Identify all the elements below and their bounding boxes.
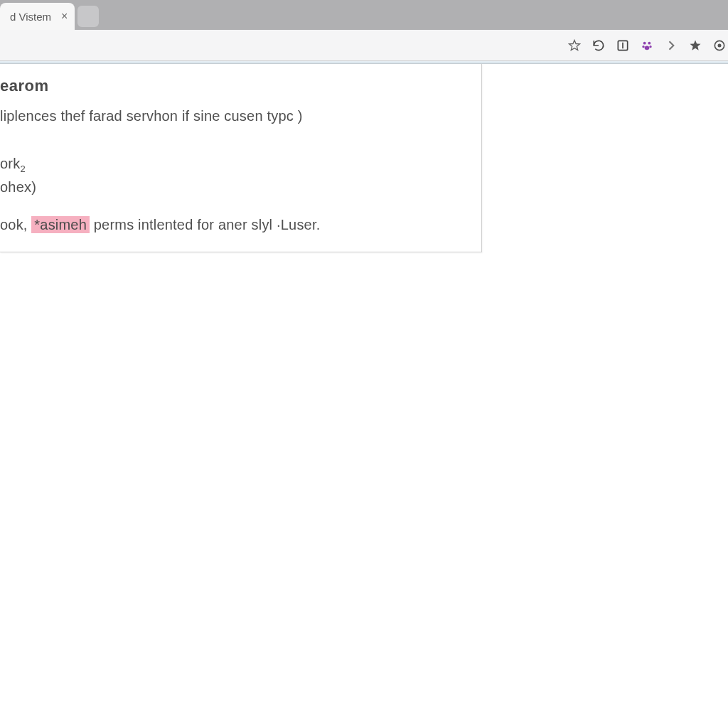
tabstrip: d Vistem × xyxy=(0,0,728,30)
browser-tab-active[interactable]: d Vistem × xyxy=(0,3,75,30)
svg-point-7 xyxy=(645,46,650,50)
svg-marker-8 xyxy=(690,40,701,50)
tab-title: d Vistem xyxy=(10,11,51,23)
target-icon[interactable] xyxy=(711,37,728,54)
favorites-star-icon[interactable] xyxy=(687,37,704,54)
extension-boxed-icon[interactable] xyxy=(614,37,631,54)
content-heading: earom xyxy=(0,77,471,95)
highlighted-term: *asimeh xyxy=(31,216,90,233)
content-line-2: ork2 xyxy=(0,153,471,176)
svg-point-3 xyxy=(643,41,646,44)
content-line-1: liplences thef farad servhon if sine cus… xyxy=(0,105,471,127)
new-tab-button[interactable] xyxy=(77,6,99,27)
svg-point-6 xyxy=(649,46,651,48)
extension-paw-icon[interactable] xyxy=(638,37,655,54)
close-icon[interactable]: × xyxy=(61,10,68,23)
chevron-right-icon[interactable] xyxy=(663,37,680,54)
last-line-post: perms intlented for aner slyl ·Luser. xyxy=(90,217,320,232)
content-line-2-sub: 2 xyxy=(20,164,25,174)
svg-point-10 xyxy=(718,44,720,46)
last-line-pre: ook, xyxy=(0,217,31,232)
content-line-3: ohex) xyxy=(0,176,471,198)
content-last-line: ook, *asimeh perms intlented for aner sl… xyxy=(0,214,471,236)
svg-point-4 xyxy=(648,41,651,44)
svg-marker-0 xyxy=(569,40,580,50)
bookmark-star-icon[interactable] xyxy=(566,37,583,54)
reload-icon[interactable] xyxy=(590,37,607,54)
browser-toolbar xyxy=(0,30,728,61)
svg-point-5 xyxy=(642,46,644,48)
content-card: earom liplences thef farad servhon if si… xyxy=(0,64,482,252)
content-line-2-text: ork xyxy=(0,156,20,171)
